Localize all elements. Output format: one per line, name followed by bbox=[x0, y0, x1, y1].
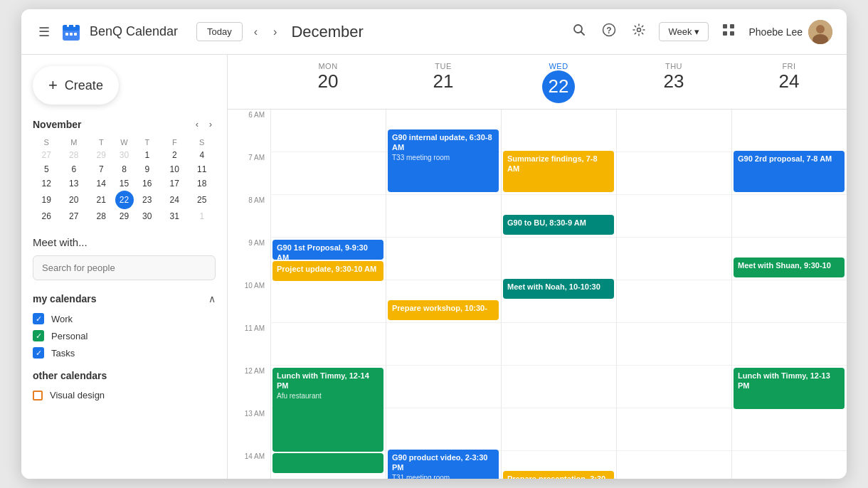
event-g90-internal-update[interactable]: G90 internal update, 6:30-8 AM T33 meeti… bbox=[388, 129, 499, 192]
tue-1pm[interactable] bbox=[386, 408, 501, 451]
event-lunch-timmy-mon[interactable]: Lunch with Timmy, 12-14 PM Afu restauran… bbox=[272, 368, 383, 452]
thu-9am[interactable] bbox=[616, 238, 731, 280]
mini-cal-day[interactable]: 13 bbox=[60, 176, 88, 191]
fri-11am[interactable] bbox=[731, 323, 847, 366]
wed-1pm[interactable] bbox=[501, 408, 616, 451]
calendar-checkbox-tasks[interactable]: ✓ bbox=[33, 347, 44, 359]
mini-cal-day[interactable]: 17 bbox=[161, 176, 189, 191]
fri-10am[interactable] bbox=[731, 280, 847, 323]
my-calendars-toggle[interactable]: ∧ bbox=[208, 293, 216, 304]
mini-cal-day[interactable]: 6 bbox=[60, 162, 88, 176]
fri-6am[interactable] bbox=[731, 110, 847, 152]
event-g90-to-bu[interactable]: G90 to BU, 8:30-9 AM bbox=[503, 215, 614, 235]
event-g90-product-video[interactable]: G90 product video, 2-3:30 PM T31 meeting… bbox=[388, 450, 499, 479]
mini-cal-day[interactable]: 12 bbox=[33, 176, 60, 191]
wed-6am[interactable] bbox=[501, 110, 616, 152]
mini-cal-day[interactable]: 4 bbox=[189, 148, 216, 162]
tue-9am[interactable] bbox=[386, 238, 501, 280]
mini-cal-next[interactable]: › bbox=[206, 117, 216, 131]
event-prepare-presentation[interactable]: Prepare presentation, 3:30 bbox=[503, 471, 614, 479]
mon-11am[interactable] bbox=[270, 323, 386, 366]
mini-cal-day[interactable]: 20 bbox=[60, 191, 88, 209]
event-project-update[interactable]: Project update, 9:30-10 AM bbox=[272, 261, 383, 281]
event-g90-2rd-proposal[interactable]: G90 2rd proposal, 7-8 AM bbox=[734, 151, 845, 192]
apps-grid-button[interactable] bbox=[719, 20, 739, 43]
search-people-input[interactable] bbox=[33, 255, 216, 280]
mini-cal-day[interactable]: 28 bbox=[88, 209, 115, 223]
mon-8am[interactable] bbox=[270, 195, 386, 238]
tue-8am[interactable] bbox=[386, 195, 501, 238]
mini-cal-day[interactable]: 26 bbox=[33, 209, 60, 223]
calendar-item-tasks[interactable]: ✓ Tasks bbox=[33, 344, 216, 361]
mini-cal-day[interactable]: 8 bbox=[115, 162, 134, 176]
wed-11am[interactable] bbox=[501, 323, 616, 366]
mon-6am[interactable] bbox=[270, 110, 386, 152]
menu-button[interactable]: ☰ bbox=[36, 21, 53, 43]
calendar-item-visual-design[interactable]: Visual design bbox=[33, 387, 216, 403]
mini-cal-day[interactable]: 2 bbox=[161, 148, 189, 162]
event-summarize-findings[interactable]: Summarize findings, 7-8 AM bbox=[503, 151, 614, 192]
mini-cal-day[interactable]: 15 bbox=[115, 176, 134, 191]
next-button[interactable]: › bbox=[269, 23, 281, 41]
thu-11am[interactable] bbox=[616, 323, 731, 366]
mini-cal-day[interactable]: 14 bbox=[88, 176, 115, 191]
fri-1pm[interactable] bbox=[731, 408, 847, 451]
mini-cal-day[interactable]: 29 bbox=[88, 148, 115, 162]
settings-button[interactable] bbox=[629, 20, 649, 43]
thu-7am[interactable] bbox=[616, 152, 731, 195]
calendar-item-work[interactable]: ✓ Work bbox=[33, 310, 216, 327]
event-meet-noah[interactable]: Meet with Noah, 10-10:30 bbox=[503, 279, 614, 299]
mini-cal-day[interactable]: 1 bbox=[189, 209, 216, 223]
mini-cal-day[interactable]: 19 bbox=[33, 191, 60, 209]
thu-10am[interactable] bbox=[616, 280, 731, 323]
mini-cal-day[interactable]: 27 bbox=[60, 209, 88, 223]
mon-7am[interactable] bbox=[270, 152, 386, 195]
view-selector[interactable]: Week ▾ bbox=[659, 22, 709, 41]
today-button[interactable]: Today bbox=[196, 22, 243, 41]
mini-cal-day[interactable]: 28 bbox=[60, 148, 88, 162]
mini-cal-day[interactable]: 10 bbox=[161, 162, 189, 176]
thu-1pm[interactable] bbox=[616, 408, 731, 451]
help-button[interactable]: ? bbox=[599, 20, 619, 43]
event-mon-2pm-block[interactable] bbox=[272, 453, 383, 473]
mini-cal-day[interactable]: 29 bbox=[115, 209, 134, 223]
mini-cal-day[interactable]: 24 bbox=[161, 191, 189, 209]
mini-cal-day[interactable]: 11 bbox=[189, 162, 216, 176]
event-meet-shuan[interactable]: Meet with Shuan, 9:30-10 bbox=[734, 258, 845, 277]
mini-cal-day[interactable]: 16 bbox=[134, 176, 162, 191]
mini-cal-day[interactable]: 18 bbox=[189, 176, 216, 191]
calendar-checkbox-work[interactable]: ✓ bbox=[33, 313, 44, 324]
calendar-checkbox-visual-design[interactable] bbox=[33, 391, 43, 401]
mini-cal-day[interactable]: 5 bbox=[33, 162, 60, 176]
fri-2pm[interactable] bbox=[731, 451, 847, 479]
mini-cal-day[interactable]: 30 bbox=[134, 209, 162, 223]
thu-6am[interactable] bbox=[616, 110, 731, 152]
thu-8am[interactable] bbox=[616, 195, 731, 238]
mini-cal-prev[interactable]: ‹ bbox=[192, 117, 202, 131]
mon-10am[interactable] bbox=[270, 280, 386, 323]
mini-cal-today[interactable]: 22 bbox=[115, 191, 134, 209]
calendar-item-personal[interactable]: ✓ Personal bbox=[33, 327, 216, 344]
search-button[interactable] bbox=[569, 20, 589, 43]
mini-cal-day[interactable]: 31 bbox=[161, 209, 189, 223]
mini-cal-day[interactable]: 1 bbox=[134, 148, 162, 162]
create-button[interactable]: + Create bbox=[33, 66, 119, 105]
prev-button[interactable]: ‹ bbox=[250, 23, 262, 41]
thu-2pm[interactable] bbox=[616, 451, 731, 479]
mini-cal-day[interactable]: 9 bbox=[134, 162, 162, 176]
user-profile[interactable]: Phoebe Lee bbox=[748, 20, 832, 44]
mini-cal-day[interactable]: 21 bbox=[88, 191, 115, 209]
fri-8am[interactable] bbox=[731, 195, 847, 238]
tue-11am[interactable] bbox=[386, 323, 501, 366]
wed-9am[interactable] bbox=[501, 238, 616, 280]
mini-cal-day[interactable]: 25 bbox=[189, 191, 216, 209]
calendar-checkbox-personal[interactable]: ✓ bbox=[33, 330, 44, 341]
mini-cal-day[interactable]: 7 bbox=[88, 162, 115, 176]
tue-12pm[interactable] bbox=[386, 366, 501, 408]
wed-12pm[interactable] bbox=[501, 366, 616, 408]
event-prepare-workshop[interactable]: Prepare workshop, 10:30- bbox=[388, 300, 499, 320]
mini-cal-day[interactable]: 30 bbox=[115, 148, 134, 162]
thu-12pm[interactable] bbox=[616, 366, 731, 408]
time-grid-scroll[interactable]: 6 AM 7 AM 8 AM bbox=[228, 110, 847, 479]
mini-cal-day[interactable]: 27 bbox=[33, 148, 60, 162]
